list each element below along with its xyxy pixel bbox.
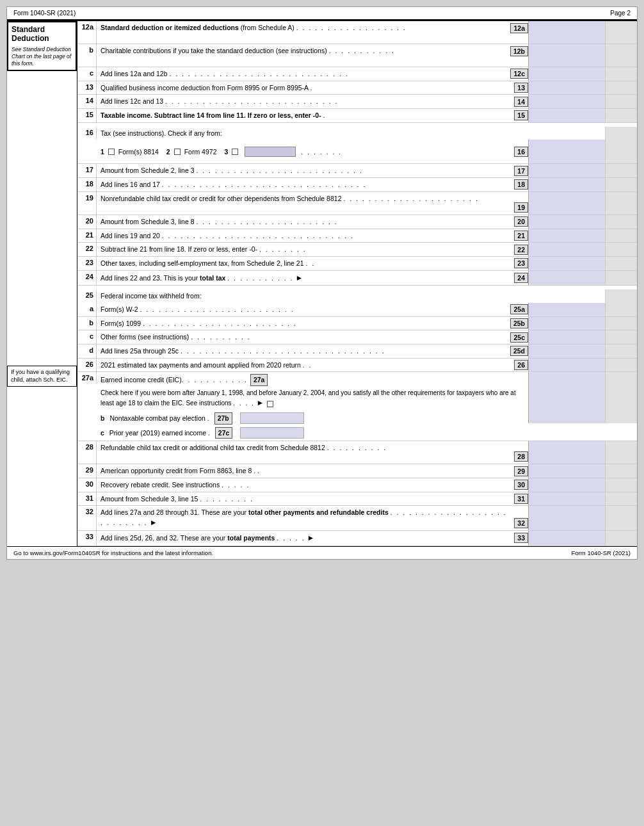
- line-25b-input[interactable]: [528, 317, 605, 330]
- checkbox-form3[interactable]: [232, 149, 238, 155]
- line-25-label-num: 25: [77, 289, 97, 303]
- line-26-input[interactable]: [528, 359, 605, 372]
- line-27c-sub-letter: c: [101, 428, 104, 438]
- line-32-input[interactable]: [528, 506, 605, 530]
- line-25a-row: a Form(s) W-2 . . . . . . . . . . . . . …: [77, 303, 637, 317]
- line-15-ref: 15: [514, 110, 528, 120]
- line-14-number: 14: [77, 95, 97, 108]
- main-content: Standard Deduction See Standard Deductio…: [7, 20, 637, 546]
- line-12a-label: Standard deduction or itemized deduction…: [97, 21, 510, 44]
- line-29-ref: 29: [514, 466, 528, 476]
- line-20-input[interactable]: [528, 215, 605, 229]
- left-sidebar: Standard Deduction See Standard Deductio…: [7, 21, 77, 546]
- line-21-input[interactable]: [528, 229, 605, 243]
- line-31-label: Amount from Schedule 3, line 15 . . . . …: [97, 492, 514, 506]
- line-24-label: Add lines 22 and 23. This is your total …: [97, 271, 514, 286]
- line-28-input[interactable]: [528, 441, 605, 464]
- line-15-input[interactable]: [528, 109, 605, 122]
- line-27b-sub-letter: b: [101, 414, 104, 423]
- line-32-label: Add lines 27a and 28 through 31. These a…: [97, 506, 514, 530]
- line-16-input[interactable]: [528, 140, 605, 163]
- line-30-input[interactable]: [528, 478, 605, 492]
- checkbox-form8814[interactable]: [108, 149, 115, 155]
- line-31-number: 31: [77, 492, 97, 506]
- footer-form-name: Form 1040-SR (2021): [572, 549, 631, 556]
- line-16-label: Tax (see instructions). Check if any fro…: [97, 127, 528, 140]
- line-26-number: 26: [77, 359, 97, 372]
- line-14-ref: 14: [514, 97, 528, 107]
- line-17-label: Amount from Schedule 2, line 3 . . . . .…: [97, 164, 514, 177]
- line-12b-row: b Charitable contributions if you take t…: [77, 44, 637, 67]
- line-14-label: Add lines 12c and 13 . . . . . . . . . .…: [97, 95, 514, 108]
- line-25a-number: a: [77, 303, 97, 316]
- line-18-label: Add lines 16 and 17 . . . . . . . . . . …: [97, 178, 514, 191]
- line-29-input[interactable]: [528, 464, 605, 478]
- line-21-row: 21 Add lines 19 and 20 . . . . . . . . .…: [77, 229, 637, 243]
- line-21-number: 21: [77, 229, 97, 243]
- line-20-row: 20 Amount from Schedule 3, line 8 . . . …: [77, 215, 637, 229]
- line-13-ref: 13: [514, 83, 528, 93]
- check-1-num: 1: [101, 147, 104, 157]
- line-33-input[interactable]: [528, 531, 605, 546]
- line-25d-input[interactable]: [528, 344, 605, 358]
- line-16-ref: 16: [514, 147, 528, 157]
- line-19-number: 19: [77, 192, 97, 215]
- line-25d-number: d: [77, 344, 97, 358]
- form-title: Form 1040-SR (2021): [13, 10, 76, 17]
- line-12b-number: b: [77, 44, 97, 67]
- line-13-input[interactable]: [528, 81, 605, 95]
- line-18-input[interactable]: [528, 178, 605, 191]
- line-25b-row: b Form(s) 1099 . . . . . . . . . . . . .…: [77, 317, 637, 331]
- checkbox-eic-age[interactable]: [267, 401, 273, 407]
- line-12b-ref: 12b: [510, 46, 528, 56]
- line-25b-ref: 25b: [510, 318, 528, 328]
- line-17-input[interactable]: [528, 164, 605, 177]
- line-25c-input[interactable]: [528, 330, 605, 344]
- line-13-row: 13 Qualified business income deduction f…: [77, 81, 637, 95]
- line-33-number: 33: [77, 531, 97, 546]
- line-27c-input[interactable]: [240, 427, 304, 439]
- line-12b-input[interactable]: [528, 44, 605, 67]
- eic-note-box: If you have a qualifying child, attach S…: [7, 366, 77, 387]
- form-body: 12a Standard deduction or itemized deduc…: [77, 21, 637, 546]
- line-26-ref: 26: [514, 360, 528, 370]
- line-19-input[interactable]: [528, 192, 605, 215]
- line-12a-row: 12a Standard deduction or itemized deduc…: [77, 21, 637, 44]
- line-27a-ref: 27a: [250, 374, 268, 386]
- line-20-ref: 20: [514, 216, 528, 227]
- line-31-row: 31 Amount from Schedule 3, line 15 . . .…: [77, 492, 637, 506]
- line-23-input[interactable]: [528, 257, 605, 270]
- line16-highlight-input[interactable]: [245, 147, 296, 157]
- line-14-input[interactable]: [528, 95, 605, 108]
- line-33-label: Add lines 25d, 26, and 32. These are you…: [97, 531, 514, 546]
- line-30-row: 30 Recovery rebate credit. See instructi…: [77, 478, 637, 492]
- line-31-input[interactable]: [528, 492, 605, 506]
- line-25a-input[interactable]: [528, 303, 605, 316]
- line-24-input[interactable]: [528, 271, 605, 286]
- line-27a-row: 27a Earned income credit (EIC) . . . . .…: [77, 372, 637, 441]
- line-25d-label: Add lines 25a through 25c . . . . . . . …: [97, 344, 510, 358]
- line-27a-number: 27a: [77, 372, 97, 384]
- line-29-number: 29: [77, 464, 97, 478]
- line-23-row: 23 Other taxes, including self-employmen…: [77, 257, 637, 271]
- line-29-label: American opportunity credit from Form 88…: [97, 464, 514, 478]
- line-25b-number: b: [77, 317, 97, 330]
- line-27a-input[interactable]: [528, 372, 605, 423]
- line-20-label: Amount from Schedule 3, line 8 . . . . .…: [97, 215, 514, 229]
- line-25-label: Federal income tax withheld from:: [97, 289, 528, 303]
- line-14-row: 14 Add lines 12c and 13 . . . . . . . . …: [77, 95, 637, 109]
- line-12a-input[interactable]: [528, 21, 605, 44]
- line-28-label: Refundable child tax credit or additiona…: [97, 441, 514, 464]
- line-25-label-row: 25 Federal income tax withheld from:: [77, 289, 637, 303]
- standard-deduction-box: Standard Deduction See Standard Deductio…: [7, 21, 77, 71]
- checkbox-form4972[interactable]: [174, 149, 181, 155]
- form-page: Form 1040-SR (2021) Page 2 Standard Dedu…: [6, 6, 638, 560]
- line-27b-ref: 27b: [214, 412, 232, 425]
- line-28-number: 28: [77, 441, 97, 464]
- line-12c-input[interactable]: [528, 67, 605, 81]
- line-18-ref: 18: [514, 179, 528, 190]
- line-27b-input[interactable]: [240, 412, 304, 424]
- line-27c-ref: 27c: [215, 427, 233, 439]
- line-25c-label: Other forms (see instructions) . . . . .…: [97, 330, 510, 344]
- line-22-input[interactable]: [528, 243, 605, 256]
